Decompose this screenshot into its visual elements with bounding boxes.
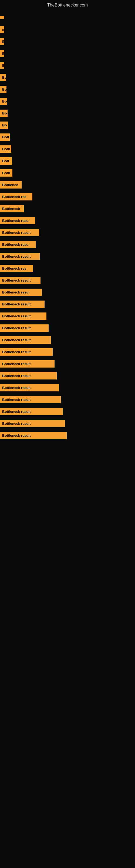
bar-row: Bott <box>0 131 135 143</box>
bar-label: Bott <box>0 157 12 165</box>
bar-row: Bottleneck result <box>0 358 135 370</box>
bar-row: Bottleneck result <box>0 250 135 262</box>
bar-label: Bottleneck result <box>0 312 46 320</box>
bar-label: Bo <box>0 86 6 93</box>
bar-row: Bottleneck result <box>0 429 135 441</box>
bar-row: Bottleneck resu <box>0 215 135 226</box>
bar-row: Bottleneck result <box>0 394 135 405</box>
bar-label <box>0 16 4 19</box>
bar-label: Bo <box>0 110 8 117</box>
bar-row: Bottleneck result <box>0 334 135 346</box>
bar-row: Bo <box>0 119 135 131</box>
bar-label: Bottleneck result <box>0 408 63 415</box>
bars-container: sEBBBoBoBoBoBoBottBottlBottBottlBottlene… <box>0 9 135 444</box>
bar-label: Bottleneck resul <box>0 289 42 296</box>
bar-label: Bottleneck res <box>0 193 32 200</box>
bar-label: Bottleneck result <box>0 324 49 332</box>
bar-row: Bottlenec <box>0 179 135 191</box>
bar-row: E <box>0 35 135 48</box>
bar-label: Bottleneck result <box>0 229 39 236</box>
bar-label: Bottlenec <box>0 181 21 188</box>
bar-label: Bottleneck resu <box>0 241 36 248</box>
bar-label: B <box>0 62 4 69</box>
bar-row <box>0 12 135 24</box>
bar-row: B <box>0 48 135 59</box>
bar-row: B <box>0 59 135 71</box>
bar-row: Bottleneck result <box>0 226 135 239</box>
bar-label: Bo <box>0 74 6 81</box>
bar-row: Bottleneck result <box>0 382 135 394</box>
bar-label: Bottleneck result <box>0 396 61 403</box>
bar-row: Bottleneck result <box>0 417 135 429</box>
bar-label: Bottleneck result <box>0 360 54 368</box>
bar-label: Bottleneck resu <box>0 217 35 224</box>
bar-label: Bottleneck result <box>0 277 41 284</box>
bar-label: Bottl <box>0 169 12 177</box>
bar-label: Bott <box>0 133 10 141</box>
bar-label: Bottleneck result <box>0 420 65 427</box>
bar-row: s <box>0 24 135 35</box>
bar-label: Bottleneck result <box>0 336 51 344</box>
bar-row: Bottleneck <box>0 203 135 215</box>
bar-row: Bottleneck result <box>0 346 135 358</box>
bar-label: Bottleneck result <box>0 432 67 439</box>
bar-label: Bottleneck result <box>0 348 53 355</box>
bar-label: E <box>0 38 4 45</box>
bar-row: Bo <box>0 95 135 107</box>
bar-row: Bottleneck resul <box>0 286 135 298</box>
bar-label: Bottl <box>0 145 11 153</box>
bar-row: Bottleneck result <box>0 370 135 382</box>
bar-label: Bottleneck <box>0 205 24 212</box>
bar-label: Bo <box>0 122 8 129</box>
bar-label: s <box>0 26 4 33</box>
bar-row: Bo <box>0 83 135 95</box>
bar-label: Bottleneck result <box>0 372 57 379</box>
bar-row: Bottleneck resu <box>0 239 135 250</box>
bar-label: Bottleneck result <box>0 301 45 308</box>
bar-row: Bottleneck result <box>0 310 135 322</box>
site-title: TheBottlenecker.com <box>0 0 135 9</box>
bar-row: Bottleneck res <box>0 191 135 203</box>
bar-row: Bottleneck result <box>0 322 135 334</box>
bar-row: Bo <box>0 71 135 83</box>
bar-label: B <box>0 50 4 57</box>
bar-label: Bottleneck res <box>0 265 33 272</box>
bar-row: Bott <box>0 155 135 167</box>
bar-row: Bottleneck result <box>0 298 135 310</box>
bar-row: Bottleneck result <box>0 274 135 286</box>
bar-label: Bottleneck result <box>0 253 40 260</box>
bar-row: Bottleneck res <box>0 262 135 274</box>
bar-row: Bottl <box>0 143 135 155</box>
bar-row: Bottleneck result <box>0 405 135 417</box>
bar-label: Bottleneck result <box>0 384 59 392</box>
bar-row: Bo <box>0 107 135 119</box>
bar-label: Bo <box>0 98 7 105</box>
bar-row: Bottl <box>0 167 135 179</box>
